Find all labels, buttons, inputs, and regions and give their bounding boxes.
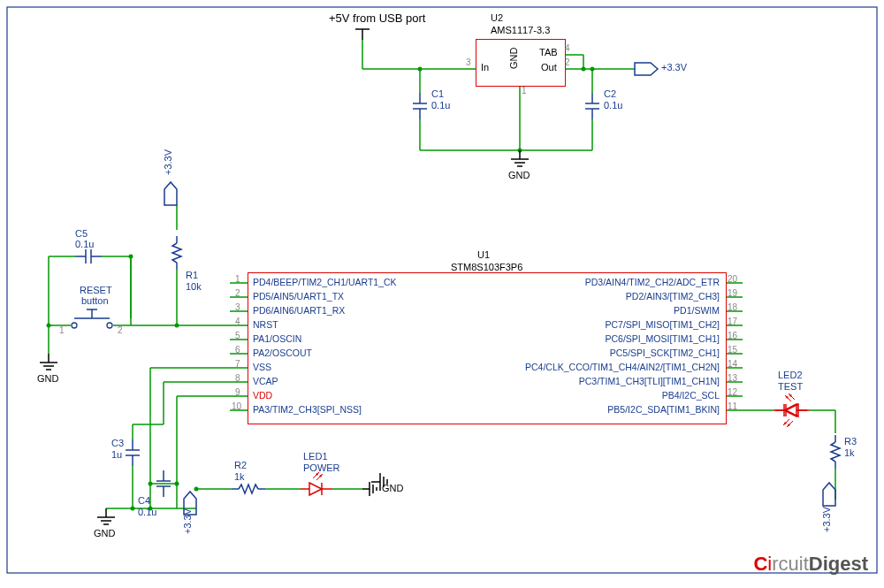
pin-name-2: PD5/AIN5/UART1_TX — [253, 291, 344, 302]
pin-num-3: 3 — [235, 302, 240, 312]
pin-name-7: VSS — [253, 362, 271, 372]
pin-name-20: PD3/AIN4/TIM2_CH2/ADC_ETR — [585, 277, 720, 287]
reset-pin1: 1 — [59, 325, 65, 335]
pin-name-3: PD6/AIN6/UART1_RX — [253, 305, 345, 316]
pin-num-6: 6 — [235, 345, 240, 355]
c4-val: 0.1u — [138, 507, 156, 517]
pin-num-12: 12 — [728, 387, 737, 397]
r3-ref: R3 — [844, 436, 857, 447]
logo-c: C — [753, 553, 767, 575]
pin-name-18: PD1/SWIM — [674, 305, 720, 316]
pin-num-4: 4 — [235, 317, 240, 326]
u2-pin-gnd-num: 1 — [522, 86, 527, 95]
c2-ref: C2 — [604, 88, 616, 99]
u2-part: AMS1117-3.3 — [491, 25, 550, 35]
pin-name-8: VCAP — [253, 376, 278, 386]
pin-num-11: 11 — [728, 401, 737, 411]
svg-point-74 — [72, 323, 77, 328]
svg-point-75 — [107, 323, 112, 328]
pin-num-8: 8 — [235, 373, 240, 383]
u2-ref: U2 — [491, 12, 503, 23]
rail-bl: +3.3V — [182, 508, 193, 534]
u2-pin-in-num: 3 — [466, 57, 471, 67]
pin-num-17: 17 — [728, 317, 737, 326]
logo-rcuit: rcuit — [772, 553, 809, 575]
pin-name-5: PA1/OSCIN — [253, 333, 301, 344]
reset-label1: RESET — [80, 285, 112, 295]
r1-ref: R1 — [186, 270, 198, 280]
pin-num-2: 2 — [235, 288, 240, 298]
r3-val: 1k — [844, 447, 855, 458]
u2-pin-in-name: In — [481, 62, 489, 73]
u2-pin-out-name: Out — [541, 62, 557, 73]
led1-ref: LED1 — [303, 451, 328, 462]
c3-val: 1u — [111, 449, 122, 460]
pin-num-7: 7 — [235, 359, 240, 369]
logo-circuitdigest: CircuitDigest — [753, 553, 868, 576]
c1-ref: C1 — [431, 88, 444, 99]
c2-val: 0.1u — [604, 100, 622, 111]
c4-ref: C4 — [138, 495, 150, 506]
pin-num-20: 20 — [728, 274, 737, 284]
rail-br: +3.3V — [821, 507, 832, 532]
gnd-u2: GND — [508, 170, 530, 180]
reset-label2: button — [81, 295, 109, 306]
pin-name-14: PC4/CLK_CCO/TIM1_CH4/AIN2/[TIM1_CH2N] — [525, 362, 720, 372]
u1-part: STM8S103F3P6 — [451, 262, 522, 272]
r1-val: 10k — [186, 281, 202, 292]
pin-name-15: PC5/SPI_SCK[TIM2_CH1] — [610, 347, 720, 358]
title-5v: +5V from USB port — [329, 11, 425, 25]
led2-ref: LED2 — [778, 370, 803, 380]
svg-point-92 — [131, 507, 135, 511]
r2-val: 1k — [234, 471, 245, 482]
pin-num-15: 15 — [728, 345, 737, 355]
schematic-canvas: +5V from USB port U2 AMS1117-3.3 3 In 4 … — [0, 0, 884, 588]
led2-name: TEST — [778, 381, 803, 392]
svg-point-81 — [47, 324, 51, 328]
gnd-reset: GND — [37, 373, 58, 384]
pin-num-1: 1 — [235, 274, 240, 284]
led1-name: POWER — [303, 462, 340, 473]
pin-name-6: PA2/OSCOUT — [253, 347, 312, 358]
u1-ref: U1 — [477, 249, 490, 260]
pin-name-12: PB4/I2C_SCL — [662, 390, 720, 401]
logo-digest: Digest — [809, 553, 868, 575]
pin-name-17: PC7/SPI_MISO[TIM1_CH2] — [605, 319, 720, 330]
pin-name-10: PA3/TIM2_CH3[SPI_NSS] — [253, 404, 362, 415]
svg-point-90 — [149, 482, 153, 486]
pin-num-18: 18 — [728, 302, 737, 312]
pin-num-9: 9 — [235, 387, 240, 397]
pin-num-13: 13 — [728, 373, 737, 383]
svg-point-37 — [582, 67, 586, 72]
c3-ref: C3 — [111, 438, 124, 448]
c5-ref: C5 — [75, 228, 88, 239]
pin-num-16: 16 — [728, 331, 737, 340]
pin-name-9: VDD — [253, 390, 272, 401]
c1-val: 0.1u — [431, 100, 450, 111]
pin-name-11: PB5/I2C_SDA[TIM1_BKIN] — [607, 404, 720, 415]
u2-pin-out-num: 2 — [565, 57, 570, 67]
pin-name-4: NRST — [253, 319, 278, 330]
pin-num-10: 10 — [232, 401, 241, 411]
pin-name-19: PD2/AIN3/[TIM2_CH3] — [626, 291, 720, 302]
reset-pin2: 2 — [118, 325, 123, 335]
pin-num-5: 5 — [235, 331, 240, 340]
u2-pin-tab-name: TAB — [539, 47, 558, 57]
u2-pin-tab-num: 4 — [565, 43, 570, 53]
pin-num-19: 19 — [728, 288, 737, 298]
pin-name-13: PC3/TIM1_CH3[TLI][TIM1_CH1N] — [579, 376, 720, 386]
c5-val: 0.1u — [75, 239, 94, 249]
gnd-bottom: GND — [94, 528, 115, 538]
pin-num-14: 14 — [728, 359, 737, 369]
pin-name-16: PC6/SPI_MOSI[TIM1_CH1] — [605, 333, 720, 344]
gnd-led1: GND — [382, 483, 403, 493]
u2-pin-gnd-name: GND — [508, 48, 519, 69]
r2-ref: R2 — [234, 460, 247, 470]
pin-name-1: PD4/BEEP/TIM2_CH1/UART1_CK — [253, 277, 397, 287]
r1-rail: +3.3V — [163, 149, 173, 175]
u2-net-out: +3.3V — [661, 62, 687, 73]
